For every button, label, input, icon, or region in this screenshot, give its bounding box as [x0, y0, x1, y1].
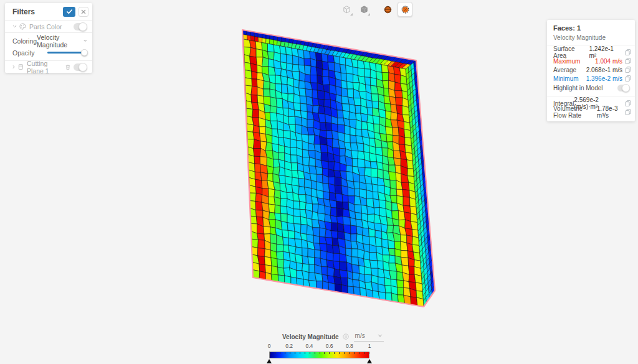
faces-stats-panel: Faces: 1 Velocity Magnitude Surface Area… [547, 20, 635, 121]
legend-tick-label: 0.4 [305, 343, 313, 349]
colorbar-tick [334, 352, 335, 354]
legend-colorbar[interactable] [269, 352, 369, 358]
legend-unit: m/s [355, 332, 365, 339]
toggle-knob [79, 22, 87, 31]
colorbar-tick [354, 352, 355, 354]
colorbar-tick [359, 352, 359, 354]
copy-icon[interactable] [625, 100, 631, 106]
colorbar-tick [329, 352, 330, 354]
trash-icon[interactable] [65, 64, 70, 70]
legend-tick-label: 1 [368, 343, 371, 349]
slider-handle[interactable] [81, 49, 88, 56]
surface-edges-sphere-icon [401, 5, 410, 14]
filters-header: Filters [5, 3, 92, 20]
copy-icon[interactable] [625, 49, 631, 55]
colorbar-tick [315, 352, 315, 354]
opacity-label: Opacity [12, 49, 35, 57]
coloring-value: Velocity Magnitude [37, 34, 81, 49]
coloring-label: Coloring [12, 37, 37, 45]
parts-color-row[interactable]: Parts Color [5, 20, 92, 32]
colorbar-tick [305, 352, 305, 354]
colorbar-tick [295, 352, 295, 354]
stats-values-section: Surface Area 1.242e-1 m² Maximum 1.004 m… [547, 45, 635, 96]
cutting-plane-label: Cutting Plane 1 [27, 60, 65, 75]
solid-view-button[interactable] [356, 2, 371, 17]
colorbar-tick [369, 352, 369, 354]
colorbar-tick [364, 352, 364, 354]
parts-color-settings: Coloring Velocity Magnitude Opacity [5, 32, 92, 60]
cutting-plane-row[interactable]: Cutting Plane 1 [5, 60, 92, 73]
copy-icon[interactable] [625, 58, 631, 64]
slider-track [47, 52, 85, 54]
mesh-sphere-icon [383, 5, 393, 14]
legend-unit-select[interactable]: m/s [354, 332, 384, 342]
legend-title: Velocity Magnitude [282, 334, 339, 340]
legend-settings-icon[interactable] [343, 334, 349, 340]
chevron-down-icon [12, 25, 17, 28]
palette-icon [19, 23, 26, 30]
cutting-plane-toggle[interactable] [74, 63, 87, 71]
chevron-down-icon [378, 334, 383, 337]
legend-range-max-handle[interactable] [367, 359, 372, 363]
parts-color-label: Parts Color [29, 23, 62, 30]
coloring-select[interactable]: Velocity Magnitude [37, 34, 87, 49]
colorbar-tick [285, 352, 285, 354]
colorbar-tick [324, 352, 325, 354]
legend-tick-label: 0.6 [326, 343, 333, 349]
colorbar-tick [290, 352, 290, 354]
colorbar-tick [270, 352, 270, 354]
legend-tick-label: 0 [268, 343, 271, 349]
check-icon [66, 8, 73, 15]
colorbar-tick [310, 352, 310, 354]
stat-row-minimum: Minimum 1.396e-2 m/s [553, 74, 631, 83]
mesh-surface-view-button[interactable] [380, 2, 395, 17]
colorbar-tick [320, 352, 320, 354]
chevron-down-icon [83, 39, 87, 42]
close-icon [81, 9, 86, 14]
filters-title: Filters [12, 7, 35, 16]
colorbar-tick [339, 352, 340, 354]
legend-range-min-handle[interactable] [267, 359, 272, 363]
filters-panel: Filters Parts Color Coloring Velocity M [5, 3, 92, 73]
copy-icon[interactable] [625, 67, 631, 73]
stat-row-highlight: Highlight in Model [553, 83, 631, 93]
parts-color-toggle[interactable] [74, 23, 87, 30]
copy-icon[interactable] [625, 75, 631, 82]
stats-subtitle: Velocity Magnitude [553, 34, 629, 41]
colorbar-tick [344, 352, 345, 354]
stat-row-volumetric-flow-rate: Volumetric Flow Rate 1.78e-3 m³/s [553, 108, 631, 116]
stats-title: Faces: 1 [553, 24, 629, 32]
legend-tick-label: 0.8 [346, 343, 353, 349]
opacity-slider[interactable] [47, 49, 87, 56]
solid-cube-icon [359, 5, 369, 14]
colorbar-tick [349, 352, 350, 354]
toggle-knob [622, 84, 630, 92]
wireframe-cube-icon [342, 5, 351, 14]
apply-filters-button[interactable] [63, 7, 75, 17]
view-toolbar [339, 2, 412, 17]
stat-row-average: Average 2.068e-1 m/s [553, 65, 631, 74]
toggle-knob [79, 63, 87, 72]
legend-tick-label: 0.2 [285, 343, 293, 349]
stat-row-surface-area: Surface Area 1.242e-1 m² [553, 48, 631, 57]
legend-tick-labels: 00.20.40.60.81 [269, 343, 369, 349]
highlight-in-model-toggle[interactable] [617, 85, 630, 91]
surface-with-edges-view-button[interactable] [398, 2, 412, 17]
close-filters-button[interactable] [79, 7, 88, 17]
stats-integral-section: Integral 2.569e-2 (m/s)·m² Volumetric Fl… [547, 96, 635, 119]
wireframe-view-button[interactable] [339, 2, 354, 17]
colorbar-tick [275, 352, 275, 354]
viewport-3d-mesh[interactable] [0, 0, 638, 364]
colorbar-tick [280, 352, 280, 354]
chevron-right-icon [12, 65, 15, 69]
legend-header: Velocity Magnitude m/s [282, 331, 384, 342]
copy-icon[interactable] [625, 109, 631, 115]
stats-header: Faces: 1 Velocity Magnitude [547, 20, 635, 45]
colorbar-tick [300, 352, 300, 354]
cutting-plane-icon [18, 63, 24, 70]
